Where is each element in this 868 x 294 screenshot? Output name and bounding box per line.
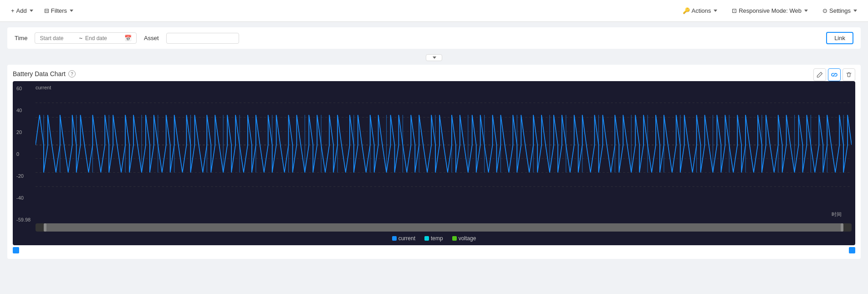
responsive-mode-label: Responsive Mode: Web	[739, 7, 802, 14]
chart-title: Battery Data Chart	[13, 70, 66, 77]
delete-icon	[846, 72, 852, 78]
responsive-mode-button[interactable]: ⊡ Responsive Mode: Web	[728, 5, 812, 16]
main-content: Time ~ 📅 Asset Link Battery Data Chart ?	[0, 22, 868, 264]
dropdown-row	[7, 54, 861, 61]
chart-link-button[interactable]	[828, 68, 841, 81]
legend-dot-temp	[424, 236, 429, 241]
actions-key-icon: 🔑	[683, 7, 690, 14]
chart-delete-button[interactable]	[842, 68, 855, 81]
responsive-chevron-icon	[804, 10, 808, 12]
legend-label-temp: temp	[431, 235, 443, 242]
filter-row: Time ~ 📅 Asset Link	[7, 27, 861, 49]
scrollbar-right-handle[interactable]	[841, 223, 843, 232]
legend-item-voltage: voltage	[452, 235, 476, 242]
legend-label-current: current	[398, 235, 415, 242]
chart-container: Battery Data Chart ?	[7, 65, 861, 259]
asset-label: Asset	[144, 35, 159, 41]
settings-icon: ⊙	[822, 7, 827, 14]
date-range-picker[interactable]: ~ 📅	[35, 32, 137, 44]
filters-label: Filters	[51, 7, 67, 14]
top-bar: + Add ⊟ Filters 🔑 Actions ⊡ Responsive M…	[0, 0, 868, 22]
chart-header: Battery Data Chart ?	[13, 70, 855, 77]
resize-handle-right[interactable]	[849, 247, 855, 253]
legend-dot-voltage	[452, 236, 457, 241]
legend-label-voltage: voltage	[459, 235, 476, 242]
edit-icon	[817, 72, 823, 78]
dropdown-trigger[interactable]	[426, 54, 442, 61]
y-axis-value-20: 20	[16, 129, 31, 135]
legend: current temp voltage	[13, 235, 855, 242]
legend-item-temp: temp	[424, 235, 443, 242]
calendar-icon[interactable]: 📅	[124, 35, 132, 41]
top-bar-right: 🔑 Actions ⊡ Responsive Mode: Web ⊙ Setti…	[679, 5, 861, 16]
y-axis-value-0: 0	[16, 151, 31, 157]
y-axis-value-minus40: -40	[16, 195, 31, 201]
link-btn-wrapper: Link	[826, 32, 853, 44]
y-axis: 60 40 20 0 -20 -40 -59.98	[16, 86, 31, 222]
filter-icon: ⊟	[44, 7, 49, 14]
y-axis-value-minus20: -20	[16, 173, 31, 179]
filters-button[interactable]: ⊟ Filters	[41, 5, 77, 16]
resize-handle-left[interactable]	[13, 247, 19, 253]
scrollbar-left-handle[interactable]	[44, 223, 46, 232]
y-axis-value-minus60: -59.98	[16, 217, 31, 222]
scrollbar-thumb[interactable]	[44, 223, 843, 232]
chart-canvas: current 60 40 20 0 -20 -40 -59.98 时间	[13, 81, 855, 245]
chart-info-icon[interactable]: ?	[68, 70, 76, 77]
tilde-separator: ~	[79, 35, 82, 41]
actions-button[interactable]: 🔑 Actions	[679, 5, 721, 16]
end-date-input[interactable]	[85, 35, 122, 41]
y-axis-value-40: 40	[16, 108, 31, 113]
time-axis-label: 时间	[832, 211, 842, 218]
start-date-input[interactable]	[40, 35, 76, 41]
settings-label: Settings	[829, 7, 851, 14]
series-label: current	[36, 85, 51, 90]
link-button[interactable]: Link	[826, 32, 853, 44]
legend-dot-current	[392, 236, 397, 241]
filters-chevron-icon	[70, 10, 73, 12]
chart-actions	[813, 68, 855, 81]
bottom-handles	[13, 247, 855, 253]
actions-label: Actions	[692, 7, 711, 14]
link-label: Link	[834, 35, 845, 41]
add-label: Add	[16, 7, 27, 14]
legend-item-current: current	[392, 235, 415, 242]
add-chevron-icon	[30, 10, 33, 12]
add-icon: +	[11, 7, 15, 14]
settings-button[interactable]: ⊙ Settings	[819, 5, 861, 16]
time-label: Time	[15, 35, 27, 41]
add-button[interactable]: + Add	[7, 5, 37, 16]
chart-edit-button[interactable]	[813, 68, 826, 81]
top-bar-left: + Add ⊟ Filters	[7, 5, 77, 16]
responsive-icon: ⊡	[732, 7, 737, 14]
scrollbar-track	[36, 223, 852, 232]
waveform-area	[36, 95, 852, 195]
dropdown-chevron-icon	[433, 57, 436, 59]
actions-chevron-icon	[714, 10, 717, 12]
waveform-svg	[36, 95, 852, 195]
settings-chevron-icon	[853, 10, 857, 12]
link-icon	[831, 72, 837, 78]
asset-input[interactable]	[166, 33, 239, 44]
y-axis-value-60: 60	[16, 86, 31, 91]
scrollbar-area	[36, 223, 852, 232]
